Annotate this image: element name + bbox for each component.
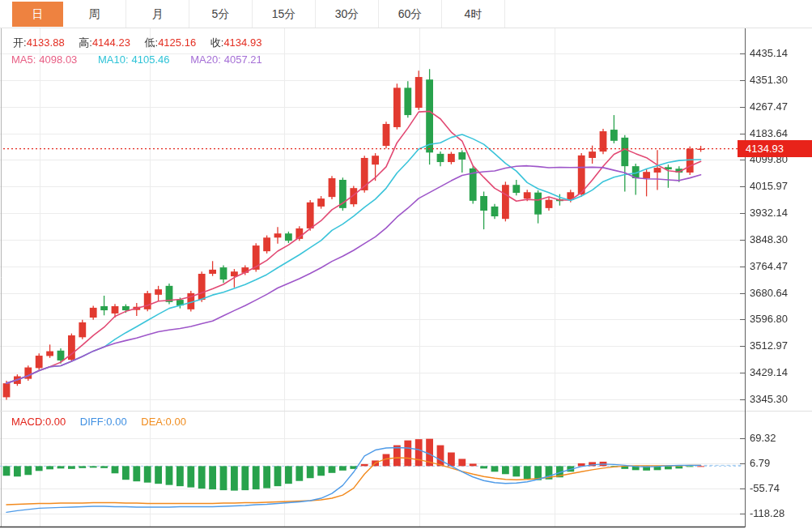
tab-4hour[interactable]: 4时	[442, 0, 505, 28]
current-price-badge: 4134.93	[738, 140, 812, 157]
tabbar-filler	[505, 0, 812, 28]
tab-5min[interactable]: 5分	[189, 0, 253, 28]
kline-chart-app: 日 周 月 5分 15分 30分 60分 4时 开:4133.88 高:4144…	[0, 0, 812, 529]
tab-month[interactable]: 月	[126, 0, 189, 28]
candlestick-chart-canvas[interactable]	[0, 0, 812, 529]
tab-week[interactable]: 周	[63, 0, 126, 28]
tab-15min[interactable]: 15分	[253, 0, 316, 28]
timeframe-tabbar: 日 周 月 5分 15分 30分 60分 4时	[0, 0, 812, 28]
tab-60min[interactable]: 60分	[379, 0, 442, 28]
tab-30min[interactable]: 30分	[316, 0, 379, 28]
tab-day[interactable]: 日	[12, 2, 63, 27]
